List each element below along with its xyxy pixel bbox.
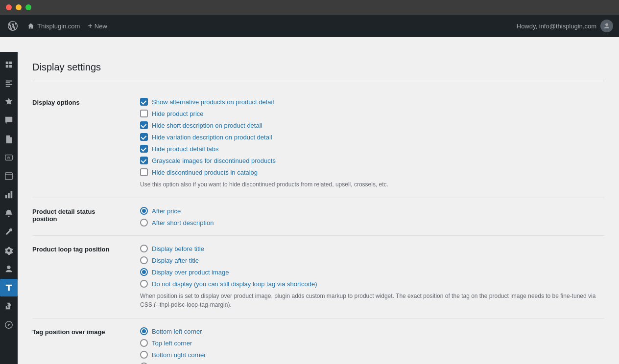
tag-position-label: Tag position over image [32, 327, 140, 336]
sidebar-item-appearance[interactable] [0, 167, 18, 185]
svg-rect-5 [8, 193, 10, 198]
checkbox-hide-variation-desc-input[interactable] [140, 133, 148, 141]
sidebar-item-user[interactable] [0, 260, 18, 278]
new-plus: + [88, 22, 92, 30]
tag-position-row: Tag position over image Bottom left corn… [32, 318, 604, 364]
product-loop-tag-control: Display before title Display after title… [140, 245, 604, 309]
sidebar-item-pin[interactable] [0, 93, 18, 111]
sidebar-item-active-plugin[interactable] [0, 279, 18, 296]
svg-rect-2 [5, 173, 12, 180]
radio-over-image: Display over product image [140, 268, 604, 276]
sidebar-item-settings[interactable] [0, 242, 18, 259]
radio-bottom-left-input[interactable] [140, 327, 148, 335]
product-loop-tag-label: Product loop tag position [32, 245, 140, 253]
checkbox-hide-tabs: Hide product detail tabs [140, 145, 604, 153]
display-options-row: Display options Show alternative product… [32, 89, 604, 198]
new-label: New [95, 23, 107, 30]
radio-before-title: Display before title [140, 245, 604, 252]
radio-after-short-desc: After short description [140, 219, 604, 227]
radio-bottom-right: Bottom right corner [140, 351, 604, 359]
radio-over-image-label[interactable]: Display over product image [152, 269, 229, 276]
chrome-close[interactable] [6, 4, 12, 10]
checkbox-hide-discontinued-input[interactable] [140, 168, 148, 176]
radio-top-left-input[interactable] [140, 339, 148, 347]
howdy-text: Howdy, info@thisplugin.com [517, 23, 596, 30]
sidebar-item-dashboard[interactable] [0, 56, 18, 73]
display-options-control: Show alternative products on product det… [140, 98, 604, 189]
checkbox-hide-variation-desc: Hide variation description on product de… [140, 133, 604, 141]
wp-logo[interactable] [6, 19, 20, 33]
main-content: Display settings Display options Show al… [18, 52, 619, 364]
product-loop-tag-hint: When position is set to display over pro… [140, 292, 604, 309]
radio-before-title-label[interactable]: Display before title [152, 245, 204, 252]
product-detail-status-row: Product detail statusposition After pric… [32, 198, 604, 236]
site-link[interactable]: Thisplugin.com [27, 23, 80, 30]
checkbox-hide-discontinued: Hide discontinued products in catalog [140, 168, 604, 176]
chrome-maximize[interactable] [25, 4, 31, 10]
svg-rect-3 [5, 174, 12, 175]
checkbox-hide-tabs-label[interactable]: Hide product detail tabs [152, 145, 219, 153]
checkbox-hide-short-desc-label[interactable]: Hide short description on product detail [152, 122, 262, 129]
product-loop-tag-row: Product loop tag position Display before… [32, 236, 604, 318]
sidebar-item-woo[interactable]: W [0, 149, 18, 166]
site-name: Thisplugin.com [37, 23, 80, 30]
svg-rect-4 [5, 195, 7, 198]
display-options-hint: Use this option also if you want to hide… [140, 180, 604, 189]
checkbox-hide-discontinued-label[interactable]: Hide discontinued products in catalog [152, 169, 258, 176]
checkbox-hide-short-desc: Hide short description on product detail [140, 121, 604, 129]
radio-top-left-label[interactable]: Top left corner [152, 340, 192, 347]
sidebar-item-puzzle[interactable] [0, 297, 18, 315]
radio-after-short-desc-label[interactable]: After short description [152, 219, 214, 227]
product-detail-status-control: After price After short description [140, 207, 604, 227]
window-chrome [0, 0, 619, 15]
radio-top-left: Top left corner [140, 339, 604, 347]
checkbox-hide-variation-desc-label[interactable]: Hide variation description on product de… [152, 134, 272, 141]
radio-after-title-input[interactable] [140, 256, 148, 264]
radio-no-display-input[interactable] [140, 280, 148, 288]
sidebar-item-posts[interactable] [0, 74, 18, 92]
page-title: Display settings [32, 62, 604, 79]
radio-before-title-input[interactable] [140, 245, 148, 252]
checkbox-hide-short-desc-input[interactable] [140, 121, 148, 129]
radio-bottom-left-label[interactable]: Bottom left corner [152, 328, 202, 335]
sidebar-item-discover[interactable] [0, 316, 18, 334]
radio-bottom-right-input[interactable] [140, 351, 148, 359]
svg-rect-6 [11, 191, 13, 198]
checkbox-show-alt-input[interactable] [140, 98, 148, 106]
radio-after-price: After price [140, 207, 604, 215]
howdy-section: Howdy, info@thisplugin.com [517, 20, 613, 32]
admin-sidebar: W [0, 52, 18, 364]
chrome-minimize[interactable] [16, 4, 22, 10]
sidebar-item-tools[interactable] [0, 223, 18, 241]
checkbox-hide-price-input[interactable] [140, 110, 148, 117]
checkbox-grayscale: Grayscale images for discontinued produc… [140, 157, 604, 164]
checkbox-show-alt-label[interactable]: Show alternative products on product det… [152, 98, 274, 106]
radio-after-title-label[interactable]: Display after title [152, 257, 199, 264]
radio-bottom-left: Bottom left corner [140, 327, 604, 335]
checkbox-hide-price: Hide product price [140, 110, 604, 117]
sidebar-item-comments[interactable] [0, 112, 18, 129]
checkbox-grayscale-input[interactable] [140, 157, 148, 164]
admin-topbar: Thisplugin.com + New Howdy, info@thisplu… [0, 15, 619, 37]
radio-after-short-desc-input[interactable] [140, 219, 148, 227]
radio-no-display: Do not display (you can still display lo… [140, 280, 604, 288]
radio-over-image-input[interactable] [140, 268, 148, 276]
new-link[interactable]: + New [88, 22, 107, 30]
checkbox-grayscale-label[interactable]: Grayscale images for discontinued produc… [152, 157, 276, 164]
checkbox-show-alt: Show alternative products on product det… [140, 98, 604, 106]
radio-after-title: Display after title [140, 256, 604, 264]
tag-position-control: Bottom left corner Top left corner Botto… [140, 327, 604, 364]
checkbox-hide-price-label[interactable]: Hide product price [152, 110, 204, 117]
product-detail-status-label: Product detail statusposition [32, 207, 140, 223]
radio-no-display-label[interactable]: Do not display (you can still display lo… [152, 280, 317, 288]
svg-text:W: W [7, 156, 10, 159]
sidebar-item-analytics[interactable] [0, 186, 18, 204]
sidebar-item-pages[interactable] [0, 130, 18, 148]
user-avatar[interactable] [600, 20, 613, 32]
radio-after-price-label[interactable]: After price [152, 207, 181, 215]
radio-bottom-right-label[interactable]: Bottom right corner [152, 351, 206, 359]
checkbox-hide-tabs-input[interactable] [140, 145, 148, 153]
sidebar-item-notifications[interactable] [0, 205, 18, 222]
display-options-label: Display options [32, 98, 140, 106]
radio-after-price-input[interactable] [140, 207, 148, 215]
